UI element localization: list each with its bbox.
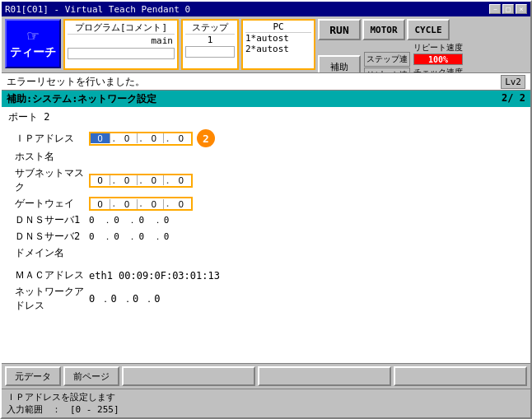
sub-header: 補助:システム:ネットワーク設定 2/ 2 (2, 91, 530, 107)
network-label: ネットワークアドレス (15, 285, 89, 313)
circle-indicator: 2 (197, 129, 215, 147)
footer-buttons: 元データ 前ページ (2, 363, 530, 389)
network-grid: ＩＰアドレス . . . 2 ホスト名 サブネットマスク (15, 129, 524, 260)
subnet-input-group[interactable]: . . . (89, 174, 193, 188)
footer-empty-2 (258, 366, 391, 386)
error-bar: エラーリセットを行いました。 Lv2 (2, 72, 530, 91)
sub-header-title: 補助:システム:ネットワーク設定 (7, 92, 156, 105)
dns2-label: ＤＮＳサーバ2 (15, 230, 89, 244)
subnet-seg-2[interactable] (118, 175, 138, 185)
speed-value: 100% (428, 55, 448, 64)
motor-button[interactable]: MOTOR (362, 19, 405, 40)
teach-button[interactable]: ☞ ティーチ (5, 19, 61, 68)
close-button[interactable]: × (516, 4, 527, 14)
prev-page-button[interactable]: 前ページ (63, 366, 119, 386)
ip-seg-4[interactable] (171, 133, 191, 143)
program-value: main (68, 35, 175, 47)
ip-seg-1[interactable] (91, 133, 110, 143)
program-bracket[interactable] (68, 48, 175, 59)
subnet-seg-4[interactable] (171, 175, 191, 185)
subnet-seg-1[interactable] (91, 175, 110, 185)
footer-empty-1 (122, 366, 255, 386)
status-bar: ＩＰアドレスを設定します 入力範囲 ： [0 - 255] (2, 389, 530, 417)
pc-box: PC 1*autost 2*autost (241, 19, 315, 70)
toolbar: ☞ ティーチ プログラム[コメント] main ステップ 1 PC 1*auto… (2, 16, 530, 72)
mac-row: ＭＡＣアドレス eth1 00:09:0F:03:01:13 ネットワークアドレ… (15, 268, 524, 313)
speed-label: リピート速度 (413, 42, 463, 54)
gateway-input-group[interactable]: . . . (89, 197, 193, 211)
ip-seg-3[interactable] (144, 133, 164, 143)
domain-value (89, 246, 524, 260)
maximize-button[interactable]: □ (502, 4, 514, 14)
mac-section: ＭＡＣアドレス eth1 00:09:0F:03:01:13 ネットワークアドレ… (8, 268, 524, 313)
ip-field-row: . . . 2 (89, 129, 524, 147)
domain-label: ドメイン名 (15, 246, 89, 260)
mac-value: eth1 00:09:0F:03:01:13 (89, 268, 524, 282)
gateway-seg-2[interactable] (118, 199, 138, 209)
moto-data-button[interactable]: 元データ (5, 366, 61, 386)
cycle-button[interactable]: CYCLE (407, 19, 450, 40)
footer-empty-3 (394, 366, 527, 386)
teach-label: ティーチ (10, 45, 56, 60)
program-label: プログラム[コメント] (68, 21, 175, 35)
mac-label: ＭＡＣアドレス (15, 268, 89, 282)
gateway-seg-3[interactable] (144, 199, 164, 209)
hostname-value (89, 150, 524, 164)
dns2-static: 0 ．0 ．0 ．0 (89, 230, 170, 243)
dns1-label: ＤＮＳサーバ1 (15, 213, 89, 227)
window-title: R01[C01] - Virtual Teach Pendant 0 (5, 4, 190, 15)
top-right-row: RUN MOTOR CYCLE (318, 19, 463, 40)
error-message: エラーリセットを行いました。 (7, 75, 145, 89)
ip-input-group[interactable]: . . . (89, 132, 193, 146)
lv2-badge: Lv2 (501, 75, 525, 89)
speed-bar: 100% (413, 54, 463, 65)
gateway-seg-1[interactable] (91, 199, 110, 209)
subnet-label: サブネットマスク (15, 166, 89, 194)
network-value: 0 ．0 ．0 ．0 (89, 285, 524, 313)
gateway-seg-4[interactable] (171, 199, 191, 209)
teach-icon: ☞ (27, 27, 38, 45)
status-line1: ＩＰアドレスを設定します (7, 391, 525, 403)
title-bar: R01[C01] - Virtual Teach Pendant 0 － □ × (2, 2, 530, 16)
hostname-label: ホスト名 (15, 150, 89, 164)
minimize-button[interactable]: － (489, 4, 501, 14)
step-value: 1 (185, 35, 235, 45)
step-bracket[interactable] (185, 46, 235, 58)
run-button[interactable]: RUN (318, 19, 361, 40)
status-line2: 入力範囲 ： [0 - 255] (7, 403, 525, 416)
window-controls: － □ × (489, 4, 527, 14)
dns1-value: 0 ．0 ．0 ．0 (89, 213, 524, 227)
pc-value2: 2*autost (245, 44, 311, 54)
gateway-field-row: . . . (89, 197, 524, 211)
step-ren-button[interactable]: ステップ連 (364, 52, 410, 67)
content-area: ポート 2 ＩＰアドレス . . . 2 ホスト名 (2, 107, 530, 363)
subnet-seg-3[interactable] (144, 175, 164, 185)
gateway-label: ゲートウェイ (15, 197, 89, 211)
subnet-field-row: . . . (89, 166, 524, 194)
dns2-value: 0 ．0 ．0 ．0 (89, 230, 524, 244)
program-box: プログラム[コメント] main (63, 19, 179, 70)
step-label: ステップ (185, 21, 235, 35)
main-window: R01[C01] - Virtual Teach Pendant 0 － □ ×… (0, 0, 532, 419)
port-label: ポート 2 (8, 110, 524, 124)
toolbar-right: RUN MOTOR CYCLE 補助 ステップ連 リピート連 (318, 19, 463, 70)
sub-header-page: 2/ 2 (502, 92, 525, 105)
pc-value1: 1*autost (245, 33, 311, 44)
ip-label: ＩＰアドレス (15, 129, 89, 147)
ip-seg-2[interactable] (118, 133, 138, 143)
dns1-static: 0 ．0 ．0 ．0 (89, 214, 170, 226)
pc-label: PC (245, 21, 311, 33)
step-box: ステップ 1 (181, 19, 239, 70)
